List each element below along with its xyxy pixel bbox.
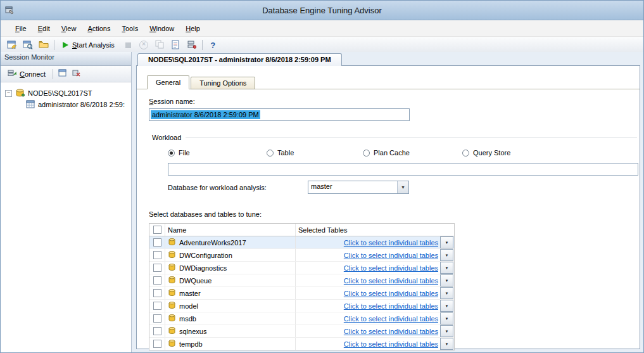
app-icon <box>4 4 15 16</box>
database-checkbox[interactable] <box>153 276 161 285</box>
help-button[interactable]: ? <box>205 37 221 53</box>
workload-option-file[interactable]: File <box>168 148 190 157</box>
database-name: DWDiagnostics <box>179 264 227 272</box>
start-analysis-icon <box>63 42 68 48</box>
chevron-down-icon[interactable]: ▼ <box>397 181 408 193</box>
database-table-body: AdventureWorks2017Click to select indivi… <box>149 236 454 350</box>
tables-dropdown-button[interactable]: ▼ <box>440 312 453 324</box>
menu-item-help[interactable]: Help <box>180 22 206 35</box>
database-name: DWConfiguration <box>179 252 232 259</box>
tables-dropdown-button[interactable]: ▼ <box>440 287 453 299</box>
select-tables-link[interactable]: Click to select individual tables <box>344 315 438 323</box>
database-checkbox[interactable] <box>153 327 161 335</box>
database-name: model <box>179 302 198 310</box>
menu-item-window[interactable]: Window <box>144 22 180 35</box>
menu-item-view[interactable]: View <box>56 22 82 35</box>
tab-general[interactable]: General <box>147 75 189 89</box>
database-checkbox[interactable] <box>153 289 161 297</box>
selected-tables-cell: Click to select individual tables▼ <box>296 300 454 312</box>
workload-file-input[interactable] <box>168 163 638 176</box>
tables-dropdown-button[interactable]: ▼ <box>440 274 453 286</box>
database-checkbox[interactable] <box>153 264 161 272</box>
title-bar[interactable]: Database Engine Tuning Advisor <box>1 1 643 20</box>
database-name-cell: sqlnexus <box>165 325 296 337</box>
radio-button[interactable] <box>267 150 274 157</box>
tables-dropdown-button[interactable]: ▼ <box>440 325 453 337</box>
session-name-input[interactable]: administrator 8/6/2018 2:59:09 PM <box>149 108 410 121</box>
view-report-button[interactable] <box>168 37 184 53</box>
select-tables-link[interactable]: Click to select individual tables <box>344 239 438 247</box>
database-icon <box>168 314 176 323</box>
tree-node-session[interactable]: administrator 8/6/2018 2:59: <box>1 99 131 110</box>
database-name-cell: DWDiagnostics <box>165 262 296 274</box>
radio-button[interactable] <box>363 150 370 157</box>
select-tables-link[interactable]: Click to select individual tables <box>344 302 438 310</box>
menu-item-actions[interactable]: Actions <box>82 22 116 35</box>
menu-item-edit[interactable]: Edit <box>32 22 56 35</box>
database-checkbox[interactable] <box>153 314 161 323</box>
table-row: DWConfigurationClick to select individua… <box>149 249 454 262</box>
tree-node-server[interactable]: − NODE5\SQL2017ST <box>1 87 131 99</box>
radio-button[interactable] <box>462 150 469 157</box>
select-tables-link[interactable]: Click to select individual tables <box>344 252 438 259</box>
new-session-button[interactable] <box>4 37 20 53</box>
select-tables-link[interactable]: Click to select individual tables <box>344 290 438 297</box>
database-name-cell: model <box>165 300 296 312</box>
open-session-button[interactable] <box>20 37 35 53</box>
session-monitor-header: Session Monitor <box>1 52 131 66</box>
tables-dropdown-button[interactable]: ▼ <box>440 300 453 312</box>
tables-dropdown-button[interactable]: ▼ <box>440 338 453 350</box>
session-window-icon <box>58 69 67 79</box>
database-checkbox[interactable] <box>153 302 161 310</box>
database-checkbox[interactable] <box>153 340 161 348</box>
table-row: modelClick to select individual tables▼ <box>149 300 454 312</box>
document-tab[interactable]: NODE5\SQL2017ST - administrator 8/6/2018… <box>137 53 342 66</box>
database-name: master <box>179 290 201 297</box>
select-tables-link[interactable]: Click to select individual tables <box>344 264 438 272</box>
workload-option-query-store[interactable]: Query Store <box>462 148 510 157</box>
table-row: DWDiagnosticsClick to select individual … <box>149 262 454 274</box>
database-name: DWQueue <box>179 277 212 285</box>
apply-recommendations-button[interactable] <box>184 37 199 53</box>
document-panel: General Tuning Options Session name: adm… <box>136 65 640 349</box>
radio-button[interactable] <box>168 150 175 157</box>
menu-item-tools[interactable]: Tools <box>116 22 144 35</box>
import-workload-button[interactable] <box>35 37 51 53</box>
row-checkbox-cell <box>149 262 165 274</box>
tables-dropdown-button[interactable]: ▼ <box>440 262 453 274</box>
collapse-icon[interactable]: − <box>5 90 12 97</box>
tab-tuning-options[interactable]: Tuning Options <box>191 77 255 89</box>
radio-label: Query Store <box>473 149 510 157</box>
delete-session-button[interactable] <box>70 68 84 80</box>
database-name-cell: AdventureWorks2017 <box>165 236 296 248</box>
tables-dropdown-button[interactable]: ▼ <box>440 249 453 261</box>
workload-option-table[interactable]: Table <box>267 148 294 157</box>
row-checkbox-cell <box>149 274 165 286</box>
database-checkbox[interactable] <box>153 251 161 259</box>
workload-database-dropdown[interactable]: master ▼ <box>308 181 409 194</box>
select-tables-link[interactable]: Click to select individual tables <box>344 277 438 285</box>
database-name-cell: tempdb <box>165 338 296 350</box>
workload-option-plan-cache[interactable]: Plan Cache <box>363 148 410 157</box>
database-checkbox[interactable] <box>153 238 161 247</box>
server-icon <box>187 40 196 51</box>
new-session-icon <box>7 40 17 51</box>
tables-dropdown-button[interactable]: ▼ <box>440 236 453 248</box>
stop-analysis-button[interactable] <box>120 37 136 53</box>
select-tables-link[interactable]: Click to select individual tables <box>344 328 438 335</box>
cancel-button[interactable]: ✕ <box>136 37 152 53</box>
start-analysis-button[interactable]: Start Analysis <box>57 37 120 53</box>
workload-group-line <box>186 138 637 138</box>
row-checkbox-cell <box>149 325 165 337</box>
new-session-small-button[interactable] <box>56 68 70 80</box>
select-all-checkbox[interactable] <box>153 226 161 234</box>
table-row: msdbClick to select individual tables▼ <box>149 312 454 325</box>
selected-tables-cell: Click to select individual tables▼ <box>296 312 454 324</box>
row-checkbox-cell <box>149 287 165 299</box>
clone-session-button[interactable] <box>152 37 168 53</box>
connect-button[interactable]: Connect <box>3 68 50 80</box>
database-name: AdventureWorks2017 <box>179 239 246 247</box>
menu-item-file[interactable]: File <box>9 22 32 35</box>
session-name-selection: administrator 8/6/2018 2:59:09 PM <box>151 110 260 119</box>
select-tables-link[interactable]: Click to select individual tables <box>344 340 438 348</box>
